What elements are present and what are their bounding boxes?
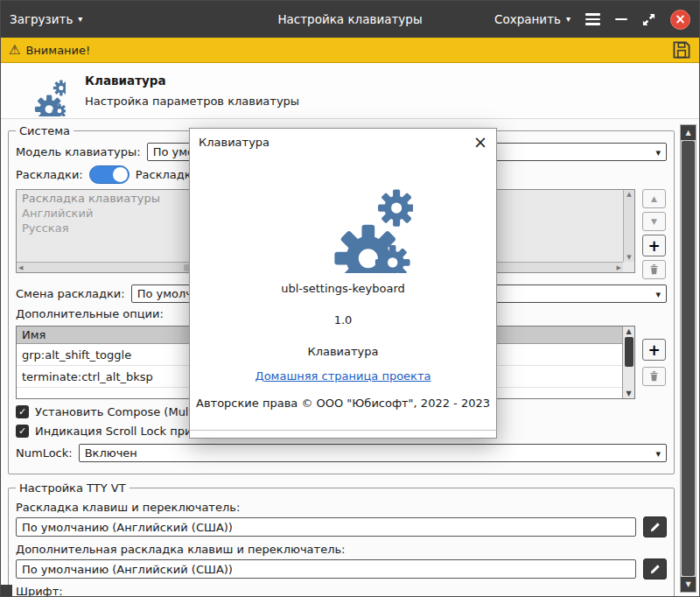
save-file-button[interactable]: [672, 40, 691, 60]
delete-option-button[interactable]: [642, 367, 666, 386]
app-header: Клавиатура Настройка параметров клавиату…: [1, 63, 699, 119]
minimize-icon: [615, 18, 627, 21]
layouts-label: Раскладки:: [16, 168, 83, 181]
numlock-combobox[interactable]: Включен ▾: [79, 444, 667, 462]
about-gears-logo: [273, 158, 413, 273]
keyboard-settings-gears-icon: [11, 66, 66, 116]
dialog-title: Клавиатура: [199, 136, 270, 149]
scroll-up-icon: ▲: [626, 327, 631, 335]
system-group-legend: Система: [16, 124, 74, 137]
close-icon: ×: [675, 13, 686, 26]
about-dialog: Клавиатура × ubl-settings-keyboard 1.0 К…: [189, 128, 497, 439]
options-table-scrollbar[interactable]: ▲ ▼: [622, 327, 634, 398]
copyright-text: Авторские права © ООО "Юбисофт", 2022 - …: [196, 397, 490, 410]
plus-icon: +: [648, 341, 660, 359]
check-icon: ✓: [18, 425, 26, 437]
floppy-icon: [672, 40, 691, 60]
dialog-close-button[interactable]: ×: [473, 136, 487, 148]
warning-text: Внимание!: [25, 44, 90, 57]
app-window: Настройка клавиатуры Загрузить ▾ Сохрани…: [0, 0, 700, 597]
page-title: Клавиатура: [85, 74, 299, 88]
tty-group-legend: Настройка TTY VT: [16, 481, 130, 495]
arrow-up-icon: ▲: [685, 129, 690, 137]
main-vertical-scrollbar: ▲ ▼: [680, 124, 696, 593]
arrow-up-icon: ▲: [651, 194, 657, 203]
minimize-button[interactable]: [615, 18, 627, 21]
titlebar: Настройка клавиатуры Загрузить ▾ Сохрани…: [1, 1, 699, 38]
chevron-down-icon: ▾: [655, 146, 661, 158]
plus-icon: +: [648, 237, 660, 255]
resize-grip: [1, 585, 12, 596]
scroll-left-icon: ◀: [18, 264, 23, 271]
close-button[interactable]: ×: [670, 10, 690, 30]
expand-icon: [642, 13, 655, 26]
homepage-link[interactable]: Домашняя страница проекта: [256, 369, 431, 383]
scroll-down-icon: ▼: [626, 254, 631, 261]
app-id: ubl-settings-keyboard: [281, 282, 405, 295]
tty-layout-label: Раскладка клавиш и переключатель:: [16, 501, 667, 514]
compose-checkbox[interactable]: ✓: [16, 405, 29, 418]
scroll-lock-checkbox[interactable]: ✓: [16, 425, 29, 438]
caret-down-icon: ▾: [78, 15, 82, 24]
add-layout-button[interactable]: +: [642, 235, 666, 256]
pencil-icon: [649, 522, 661, 533]
warning-bar: ⚠ Внимание!: [1, 38, 699, 63]
save-button[interactable]: Сохранить ▾: [494, 12, 570, 26]
menu-button[interactable]: [585, 13, 600, 25]
scroll-down-icon: ▼: [626, 390, 631, 397]
add-option-button[interactable]: +: [642, 339, 666, 361]
app-version: 1.0: [334, 313, 353, 327]
tty-layout-field[interactable]: По умолчанию (Английский (США)): [16, 517, 636, 537]
scrollbar-down-button[interactable]: ▼: [681, 577, 696, 592]
toggle-knob: [113, 167, 128, 182]
numlock-label: NumLock:: [16, 446, 73, 460]
hamburger-icon: [585, 13, 600, 16]
tty-extra-layout-field[interactable]: По умолчанию (Английский (США)): [16, 559, 636, 579]
app-name: Клавиатура: [307, 345, 378, 358]
scrollbar-thumb[interactable]: [625, 337, 634, 367]
tty-layout-edit-button[interactable]: [643, 516, 667, 537]
keyboard-model-label: Модель клавиатуры:: [16, 145, 141, 158]
numlock-value: Включен: [85, 446, 137, 460]
dialog-footer: [190, 430, 496, 438]
move-layout-down-button[interactable]: ▼: [642, 212, 666, 231]
scrollbar-thumb[interactable]: [682, 141, 695, 576]
scrollbar-up-button[interactable]: ▲: [681, 125, 696, 140]
scroll-right-icon: ▶: [617, 264, 621, 271]
chevron-down-icon: ▾: [655, 288, 661, 299]
arrow-down-icon: ▼: [651, 217, 657, 226]
delete-layout-button[interactable]: [642, 260, 666, 279]
tty-extra-layout-label: Дополнительная раскладка клавиш и перекл…: [16, 543, 667, 556]
move-layout-up-button[interactable]: ▲: [642, 189, 666, 208]
check-icon: ✓: [18, 406, 26, 418]
page-subtitle: Настройка параметров клавиатуры: [85, 95, 299, 108]
tty-extra-layout-edit-button[interactable]: [643, 558, 667, 579]
compose-checkbox-label: Установить Compose (Multi_K: [35, 405, 209, 418]
default-layout-toggle[interactable]: [89, 165, 130, 184]
trash-icon: [648, 370, 660, 383]
chevron-down-icon: ▾: [655, 447, 661, 459]
caret-down-icon: ▾: [566, 15, 570, 24]
trash-icon: [648, 263, 660, 276]
warning-icon: ⚠: [9, 44, 20, 57]
tty-font-label: Шрифт:: [16, 585, 667, 597]
maximize-button[interactable]: [642, 13, 655, 26]
pencil-icon: [649, 564, 661, 575]
listbox-vertical-scrollbar[interactable]: ▲ ▼: [623, 190, 634, 262]
load-button[interactable]: Загрузить ▾: [10, 12, 82, 26]
scroll-up-icon: ▲: [626, 191, 631, 198]
layout-switch-label: Смена раскладки:: [16, 287, 125, 300]
tty-group: Настройка TTY VT Раскладка клавиш и пере…: [8, 481, 675, 597]
arrow-down-icon: ▼: [685, 580, 690, 588]
